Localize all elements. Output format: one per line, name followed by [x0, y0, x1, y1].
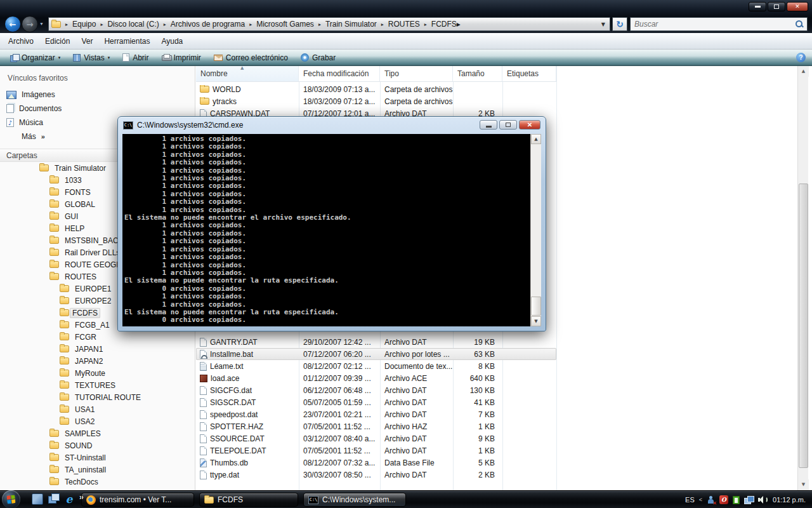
start-button[interactable] — [2, 490, 20, 508]
sidebar-item-imágenes[interactable]: Imágenes — [0, 88, 195, 102]
tree-item-st-uninstall[interactable]: ST-Uninstall — [0, 451, 195, 464]
file-row[interactable]: SSOURCE.DAT03/12/2007 08:40 a...Archivo … — [196, 432, 556, 444]
tree-item-sound[interactable]: SOUND — [0, 439, 195, 451]
forward-button[interactable]: → — [22, 16, 38, 32]
taskbar-button[interactable]: trensim.com • Ver T... — [81, 493, 194, 507]
sidebar-item-documentos[interactable]: Documentos — [0, 102, 195, 116]
network-icon[interactable] — [744, 496, 754, 504]
file-row[interactable]: WORLD18/03/2009 07:13 a...Carpeta de arc… — [196, 83, 556, 95]
file-name-cell: Installme.bat — [196, 350, 299, 359]
menu-item-edición[interactable]: Edición — [39, 37, 75, 46]
tray-app-icon[interactable]: O — [719, 495, 728, 504]
cmd-maximize-button[interactable] — [499, 120, 517, 130]
scroll-down-icon[interactable]: ▼ — [798, 479, 809, 490]
column-header-tipo[interactable]: Tipo — [380, 66, 453, 81]
cmd-titlebar[interactable]: C:\ C:\Windows\system32\cmd.exe — [123, 121, 243, 130]
menu-item-ayuda[interactable]: Ayuda — [155, 37, 188, 46]
tray-expand-icon[interactable]: < — [699, 497, 702, 503]
minimize-button[interactable] — [749, 2, 766, 11]
menu-item-archivo[interactable]: Archivo — [3, 37, 39, 46]
toolbar-open-button[interactable]: Abrir — [116, 51, 155, 65]
scroll-thumb[interactable] — [531, 297, 541, 316]
file-row[interactable]: GANTRY.DAT29/10/2007 12:42 ...Archivo DA… — [196, 336, 556, 348]
breadcrumb-item[interactable]: ▸ROUTES — [377, 20, 420, 29]
tree-item-tutorial-route[interactable]: TUTORIAL ROUTE — [0, 391, 195, 403]
explorer-scrollbar[interactable]: ▲ ▼ — [797, 66, 808, 490]
taskbar-button[interactable]: FCDFS — [199, 493, 298, 507]
toolbar-burn-button[interactable]: Grabar — [294, 51, 342, 65]
tree-item-myroute[interactable]: MyRoute — [0, 367, 195, 379]
address-dropdown-icon[interactable]: ▼ — [601, 22, 607, 27]
search-input[interactable] — [631, 20, 794, 29]
switch-windows-icon[interactable] — [48, 493, 59, 505]
scroll-up-icon[interactable]: ▲ — [798, 66, 809, 77]
scroll-up-icon[interactable]: ▲ — [531, 134, 541, 144]
sidebar-item-label: Documentos — [19, 104, 62, 113]
search-icon[interactable] — [794, 19, 804, 29]
tree-item-techdocs[interactable]: TechDocs — [0, 476, 195, 488]
maximize-button[interactable] — [768, 2, 785, 11]
column-header-tama-o[interactable]: Tamaño — [453, 66, 502, 81]
breadcrumb-item[interactable]: ▸Train Simulator — [314, 20, 377, 29]
volume-icon[interactable] — [758, 495, 768, 504]
safely-remove-icon[interactable] — [733, 496, 740, 504]
address-bar[interactable]: ▸Equipo▸Disco local (C:)▸Archivos de pro… — [48, 17, 610, 31]
language-indicator[interactable]: ES — [685, 496, 695, 504]
close-button[interactable]: ✕ — [787, 2, 808, 11]
breadcrumb-item[interactable]: ▸FCDFS — [420, 20, 457, 29]
show-desktop-icon[interactable] — [32, 493, 43, 505]
cmd-close-button[interactable]: ✕ — [519, 120, 540, 130]
tree-item-fcgr[interactable]: FCGR — [0, 331, 195, 343]
tree-item-samples[interactable]: SAMPLES — [0, 427, 195, 439]
breadcrumb-item[interactable]: ▸Disco local (C:) — [96, 20, 159, 29]
tree-item-textures[interactable]: TEXTURES — [0, 379, 195, 391]
file-row[interactable]: speedpost.dat23/07/2001 02:21 ...Archivo… — [196, 408, 556, 420]
file-row[interactable]: load.ace01/12/2007 09:39 ...Archivo ACE6… — [196, 372, 556, 384]
file-row[interactable]: Léame.txt08/12/2007 02:12 ...Documento d… — [196, 360, 556, 372]
column-header-fecha-modificaci-n[interactable]: Fecha modificación — [299, 66, 380, 81]
toolbar-mail-button[interactable]: Correo electrónico — [207, 51, 294, 65]
tree-item-japan2[interactable]: JAPAN2 — [0, 355, 195, 367]
toolbar-organize-button[interactable]: Organizar▾ — [4, 51, 67, 65]
file-row[interactable]: SIGSCR.DAT05/07/2005 01:59 ...Archivo DA… — [196, 396, 556, 408]
file-size: 7 KB — [453, 410, 502, 419]
menu-item-herramientas[interactable]: Herramientas — [98, 37, 155, 46]
clock[interactable]: 01:12 p.m. — [773, 496, 808, 504]
file-date: 08/12/2007 07:32 a... — [299, 458, 380, 467]
file-row[interactable]: SIGCFG.dat06/12/2007 06:48 ...Archivo DA… — [196, 384, 556, 396]
taskbar-button[interactable]: C:\C:\Windows\system... — [303, 493, 406, 507]
file-row[interactable]: SPOTTER.HAZ07/05/2001 11:52 ...Archivo H… — [196, 420, 556, 432]
refresh-button[interactable]: ↻ — [612, 17, 627, 31]
breadcrumb-item[interactable]: ▸Equipo — [61, 20, 96, 29]
breadcrumb-item[interactable]: ▸Microsoft Games — [245, 20, 314, 29]
cmd-scrollbar[interactable]: ▲ ▼ — [530, 134, 541, 326]
scroll-thumb[interactable] — [799, 184, 808, 468]
toolbar-views-button[interactable]: Vistas▾ — [67, 51, 116, 65]
column-header-nombre[interactable]: Nombre▲ — [196, 66, 299, 81]
toolbar-print-button[interactable]: Imprimir — [155, 51, 207, 65]
tree-item-label: HELP — [62, 224, 87, 234]
tree-item-ta-uninstall[interactable]: TA_uninstall — [0, 464, 195, 476]
file-row[interactable]: ttype.dat30/03/2007 08:50 ...Archivo DAT… — [196, 469, 556, 481]
back-button[interactable]: ← — [4, 16, 21, 32]
tree-item-usa1[interactable]: USA1 — [0, 403, 195, 415]
tree-item-japan1[interactable]: JAPAN1 — [0, 343, 195, 355]
file-row[interactable]: ytracks18/03/2009 07:12 a...Carpeta de a… — [196, 95, 556, 107]
cmd-minimize-button[interactable] — [480, 120, 497, 130]
messenger-offline-icon[interactable] — [707, 496, 715, 504]
file-type: Documento de tex... — [380, 362, 453, 371]
scroll-down-icon[interactable]: ▼ — [531, 316, 541, 326]
cmd-window[interactable]: C:\ C:\Windows\system32\cmd.exe ✕ 1 arch… — [117, 116, 546, 331]
tree-item-label: Train Simulator — [52, 163, 108, 173]
help-button[interactable]: ? — [796, 53, 806, 62]
tree-item-usa2[interactable]: USA2 — [0, 415, 195, 427]
internet-explorer-icon[interactable]: e — [63, 493, 75, 505]
folder-icon — [200, 86, 209, 93]
breadcrumb-item[interactable]: ▸Archivos de programa — [159, 20, 245, 29]
menu-item-ver[interactable]: Ver — [75, 37, 98, 46]
file-row[interactable]: Thumbs.db08/12/2007 07:32 a...Data Base … — [196, 457, 556, 469]
nav-history-dropdown[interactable]: ▼ — [39, 22, 44, 26]
file-row[interactable]: Installme.bat07/12/2007 06:20 ...Archivo… — [196, 348, 556, 360]
column-header-etiquetas[interactable]: Etiquetas — [502, 66, 556, 81]
file-row[interactable]: TELEPOLE.DAT07/05/2001 11:52 ...Archivo … — [196, 444, 556, 457]
